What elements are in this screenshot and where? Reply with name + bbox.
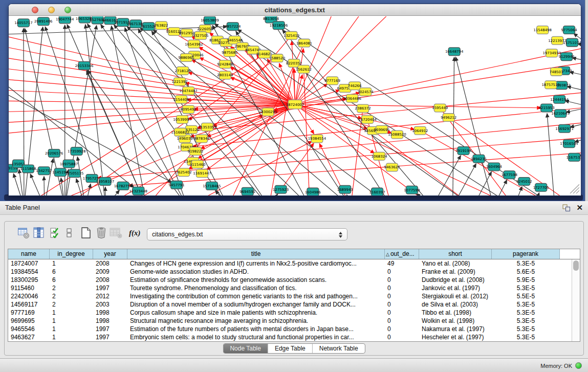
scrollbar-thumb[interactable] (573, 260, 579, 271)
graph-node[interactable]: 1342757 (36, 167, 52, 175)
graph-node[interactable]: 9777169 (324, 77, 340, 85)
graph-node[interactable]: 9775064 (561, 26, 578, 34)
graph-node[interactable]: 7625402 (176, 168, 192, 177)
graph-node[interactable]: 9694591 (239, 187, 255, 195)
graph-node[interactable]: 9245012 (516, 178, 532, 186)
graph-node[interactable]: 19047744 (56, 16, 74, 24)
column-header-out_de[interactable]: △out_de... (385, 249, 419, 259)
column-header-title[interactable]: title (127, 249, 385, 259)
graph-node[interactable]: 10539997 (173, 116, 191, 124)
close-traffic-light-icon[interactable] (32, 7, 38, 13)
graph-node[interactable]: 15088520 (388, 130, 406, 139)
graph-node[interactable]: 1077599 (404, 186, 420, 194)
graph-node[interactable]: 15718485 (203, 182, 221, 190)
graph-node[interactable]: 9875685 (222, 49, 237, 57)
graph-node[interactable]: 1221397 (172, 78, 188, 86)
graph-node[interactable]: 1595449 (432, 104, 448, 112)
canvas-resize-grip[interactable] (570, 184, 579, 193)
table-row[interactable]: 969969511998Structural magnetic resonanc… (8, 317, 580, 325)
graph-node[interactable]: 1677598 (502, 171, 517, 179)
column-header-year[interactable]: year (93, 249, 127, 259)
column-header-name[interactable]: name (8, 249, 50, 259)
graph-node[interactable]: 17016504 (560, 140, 578, 148)
float-window-icon[interactable] (562, 204, 571, 214)
column-header-pagerank[interactable]: pagerank (492, 249, 560, 259)
table-row[interactable]: 1456911722003Disruption of a novel membe… (8, 300, 580, 309)
graph-node[interactable]: 7857224 (225, 23, 241, 31)
graph-node[interactable]: 1604964 (486, 163, 503, 171)
graph-node[interactable]: 1588520 (269, 54, 285, 62)
graph-node[interactable]: 9129946 (559, 53, 575, 61)
graph-node[interactable]: 20153346 (75, 61, 93, 70)
graph-node[interactable]: 1068324 (372, 152, 388, 160)
zoom-traffic-light-icon[interactable] (64, 7, 71, 13)
minimize-traffic-light-icon[interactable] (48, 7, 55, 13)
graph-node[interactable]: 16053809 (201, 16, 219, 25)
graph-node[interactable]: 12444194 (550, 95, 569, 103)
graph-node[interactable]: 11548498 (533, 26, 551, 34)
table-row[interactable]: 1938455462009Genome-wide association stu… (8, 268, 580, 276)
graph-node[interactable]: 9496212 (441, 114, 456, 122)
graph-node[interactable]: 2803144 (217, 71, 233, 79)
graph-node[interactable]: 1167533 (567, 153, 581, 161)
graph-node[interactable]: 20206576 (45, 149, 63, 158)
function-builder-icon[interactable]: f(x) (128, 227, 141, 239)
graph-node[interactable]: 11691447 (193, 169, 211, 178)
graph-node[interactable]: 20891406 (34, 17, 52, 26)
tab-node-table[interactable]: Node Table (223, 344, 268, 353)
graph-node[interactable]: 1160397 (369, 188, 385, 195)
graph-node[interactable]: 15692971 (555, 124, 573, 133)
graph-node[interactable]: 8095492 (181, 105, 197, 114)
network-canvas[interactable]: 18724007 14055717 20891406 19047744 1065… (9, 16, 581, 195)
table-row[interactable]: 946554611997Estimation of the future num… (8, 325, 580, 333)
graph-node[interactable]: 1864081 (296, 39, 312, 47)
graph-node[interactable]: 9886965 (179, 54, 194, 62)
graph-node[interactable]: 1894235 (471, 155, 487, 163)
graph-node[interactable]: 9699695 (374, 125, 390, 134)
graph-node[interactable]: 10975887 (60, 160, 78, 168)
graph-node[interactable]: 2718126 (175, 67, 191, 75)
table-row[interactable]: 946362711997Embryonic stem cells: a mode… (8, 333, 580, 341)
row-height-icon[interactable] (66, 227, 78, 239)
graph-node[interactable]: 1562612 (296, 65, 312, 73)
tab-edge-table[interactable]: Edge Table (268, 344, 312, 353)
show-columns-icon[interactable] (33, 227, 45, 239)
tab-network-table[interactable]: Network Table (312, 344, 365, 353)
graph-node[interactable]: 9327505 (192, 31, 208, 39)
graph-node[interactable]: 8878344 (193, 135, 210, 143)
table-row[interactable]: 2242004622012Investigating the contribut… (8, 292, 580, 300)
graph-node[interactable]: 1115868 (20, 165, 36, 173)
table-row[interactable]: 911546021997Tourette syndrome. Phenomeno… (8, 284, 580, 292)
column-header-in_degree[interactable]: in_degree (50, 249, 93, 259)
graph-node[interactable]: 9115460 (189, 160, 205, 168)
graph-node[interactable]: 18724007 (286, 100, 304, 109)
graph-node[interactable]: 14055717 (14, 19, 32, 27)
table-row[interactable]: 1872400712008Changes of HCN gene express… (8, 259, 580, 268)
graph-node[interactable]: 19384554 (308, 135, 326, 143)
graph-node[interactable]: 3024574 (358, 88, 374, 96)
graph-node[interactable]: 1325419 (284, 31, 299, 39)
graph-node[interactable]: 9242848 (217, 60, 233, 69)
table-row[interactable]: 977716911998Corpus callosum shape and si… (8, 309, 580, 317)
graph-node[interactable]: 7919197 (455, 147, 471, 155)
graph-node[interactable]: 1727705 (533, 183, 549, 191)
graph-node[interactable]: 17359928 (68, 147, 85, 156)
graph-node[interactable]: 2386372 (355, 104, 371, 113)
graph-node[interactable]: 1604986 (305, 188, 321, 195)
citation-network-graph[interactable]: 18724007 14055717 20891406 19047744 1065… (9, 16, 581, 195)
graph-node[interactable]: 1154409 (173, 95, 189, 103)
graph-node[interactable]: 9198222 (187, 147, 203, 156)
graph-node[interactable]: 9457791 (169, 181, 185, 189)
graph-node[interactable]: 1275923 (273, 185, 289, 193)
graph-node[interactable]: 748503 (550, 68, 563, 76)
graph-node[interactable]: 8215953 (539, 104, 555, 112)
table-scrollbar[interactable] (572, 259, 580, 341)
column-header-short[interactable]: short (419, 249, 492, 259)
table-row[interactable]: 1830029562008Estimation of significance … (8, 276, 580, 284)
delete-column-icon[interactable] (95, 227, 107, 239)
graph-node[interactable]: 763822 (155, 21, 168, 30)
network-file-select[interactable]: citations_edges.txt (147, 228, 347, 240)
graph-node[interactable]: 1064912 (412, 126, 428, 135)
graph-node[interactable]: 16648794 (445, 48, 464, 56)
graph-node[interactable]: 9463627 (384, 163, 400, 171)
